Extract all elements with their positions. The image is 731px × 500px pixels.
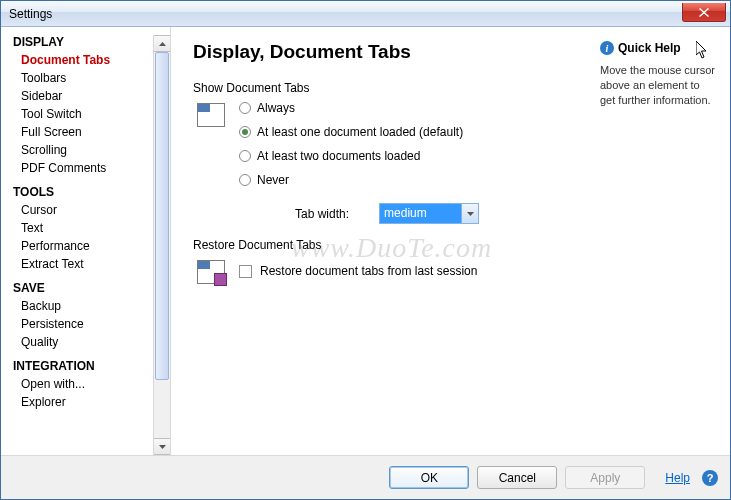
show-tabs-label: Show Document Tabs [193, 81, 590, 95]
restore-tab-icon [197, 260, 225, 284]
radio-icon [239, 174, 251, 186]
radio-label: Always [257, 101, 295, 115]
radio-icon [239, 126, 251, 138]
sidebar-item-scrolling[interactable]: Scrolling [13, 141, 153, 159]
radio-label: At least two documents loaded [257, 149, 420, 163]
apply-button[interactable]: Apply [565, 466, 645, 489]
settings-window: Settings DISPLAY Document Tabs Toolbars … [0, 0, 731, 500]
radio-label: Never [257, 173, 289, 187]
sidebar-item-performance[interactable]: Performance [13, 237, 153, 255]
radio-one-loaded[interactable]: At least one document loaded (default) [239, 125, 479, 139]
select-dropdown-button[interactable] [461, 204, 478, 223]
sidebar-item-sidebar[interactable]: Sidebar [13, 87, 153, 105]
close-icon [699, 8, 709, 17]
help-link[interactable]: Help [665, 471, 690, 485]
info-icon: i [600, 41, 614, 55]
sidebar-category: DISPLAY [13, 35, 153, 49]
sidebar-item-tool-switch[interactable]: Tool Switch [13, 105, 153, 123]
close-button[interactable] [682, 3, 726, 22]
sidebar-item-backup[interactable]: Backup [13, 297, 153, 315]
sidebar-item-pdf-comments[interactable]: PDF Comments [13, 159, 153, 177]
document-tab-icon [197, 103, 225, 127]
cancel-button[interactable]: Cancel [477, 466, 557, 489]
sidebar-list: DISPLAY Document Tabs Toolbars Sidebar T… [1, 35, 153, 455]
radio-icon [239, 150, 251, 162]
sidebar-item-extract-text[interactable]: Extract Text [13, 255, 153, 273]
radio-never[interactable]: Never [239, 173, 479, 187]
sidebar: DISPLAY Document Tabs Toolbars Sidebar T… [1, 27, 171, 455]
content: Display, Document Tabs Show Document Tab… [171, 27, 730, 455]
chevron-down-icon [159, 445, 166, 449]
radio-two-loaded[interactable]: At least two documents loaded [239, 149, 479, 163]
show-tabs-options: Always At least one document loaded (def… [239, 101, 479, 224]
scrollbar-track[interactable] [154, 52, 170, 438]
tab-width-select[interactable]: medium [379, 203, 479, 224]
footer: OK Cancel Apply Help ? [1, 455, 730, 499]
quick-help-title-row: i Quick Help [600, 41, 718, 55]
restore-checkbox-row[interactable]: Restore document tabs from last session [239, 258, 477, 284]
restore-tabs-label: Restore Document Tabs [193, 238, 590, 252]
main-panel: Display, Document Tabs Show Document Tab… [193, 41, 590, 455]
tab-width-label: Tab width: [295, 207, 349, 221]
sidebar-item-full-screen[interactable]: Full Screen [13, 123, 153, 141]
sidebar-scrollbar[interactable] [153, 35, 170, 455]
checkbox-icon [239, 265, 252, 278]
sidebar-item-persistence[interactable]: Persistence [13, 315, 153, 333]
chevron-down-icon [467, 212, 474, 216]
ok-button[interactable]: OK [389, 466, 469, 489]
quick-help-text: Move the mouse cursor above an element t… [600, 63, 718, 108]
sidebar-category: SAVE [13, 281, 153, 295]
scroll-up-button[interactable] [154, 35, 170, 52]
select-value: medium [380, 204, 461, 223]
chevron-up-icon [159, 42, 166, 46]
sidebar-item-explorer[interactable]: Explorer [13, 393, 153, 411]
sidebar-item-cursor[interactable]: Cursor [13, 201, 153, 219]
tab-width-row: Tab width: medium [239, 203, 479, 224]
page-title: Display, Document Tabs [193, 41, 590, 63]
sidebar-item-document-tabs[interactable]: Document Tabs [13, 51, 153, 69]
checkbox-label: Restore document tabs from last session [260, 264, 477, 278]
sidebar-item-open-with[interactable]: Open with... [13, 375, 153, 393]
sidebar-category: INTEGRATION [13, 359, 153, 373]
titlebar: Settings [1, 1, 730, 27]
quick-help-panel: i Quick Help Move the mouse cursor above… [590, 41, 718, 455]
radio-icon [239, 102, 251, 114]
restore-tabs-section: Restore document tabs from last session [193, 258, 590, 284]
scrollbar-thumb[interactable] [155, 52, 169, 380]
sidebar-item-quality[interactable]: Quality [13, 333, 153, 351]
radio-label: At least one document loaded (default) [257, 125, 463, 139]
sidebar-item-toolbars[interactable]: Toolbars [13, 69, 153, 87]
window-title: Settings [9, 7, 52, 21]
radio-always[interactable]: Always [239, 101, 479, 115]
body: DISPLAY Document Tabs Toolbars Sidebar T… [1, 27, 730, 455]
sidebar-category: TOOLS [13, 185, 153, 199]
help-icon[interactable]: ? [702, 470, 718, 486]
sidebar-item-text[interactable]: Text [13, 219, 153, 237]
scroll-down-button[interactable] [154, 438, 170, 455]
show-tabs-section: Always At least one document loaded (def… [193, 101, 590, 224]
quick-help-title: Quick Help [618, 41, 681, 55]
